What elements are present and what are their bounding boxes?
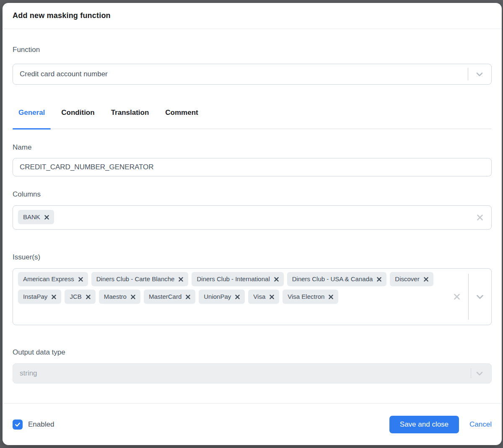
tag-chip: Diners Club - USA & Canada: [287, 272, 387, 286]
issuers-field-controls: [446, 269, 491, 325]
tag-chip: Maestro: [99, 290, 140, 304]
check-icon: [14, 421, 21, 428]
tag-chip: UnionPay: [199, 290, 245, 304]
select-separator: [468, 68, 468, 80]
tag-chip: Visa Electron: [283, 290, 338, 304]
function-label: Function: [13, 45, 492, 55]
tag-remove-icon[interactable]: [329, 295, 333, 299]
tag-chip: BANK: [18, 210, 54, 224]
tag-chip: Diners Club - International: [192, 272, 283, 286]
function-select[interactable]: Credit card account number: [13, 64, 492, 85]
tag-label: BANK: [23, 212, 40, 222]
tag-label: JCB: [70, 292, 81, 301]
chevron-down-icon[interactable]: [469, 291, 491, 302]
chevron-down-icon[interactable]: [474, 69, 485, 79]
enabled-label: Enabled: [28, 420, 54, 429]
tag-label: American Express: [23, 274, 74, 284]
tag-remove-icon[interactable]: [131, 295, 135, 299]
clear-columns-icon[interactable]: [469, 214, 491, 221]
tag-remove-icon[interactable]: [270, 295, 274, 299]
output-type-value: string: [20, 369, 37, 378]
tag-chip: American Express: [18, 272, 88, 286]
tag-remove-icon[interactable]: [424, 277, 428, 282]
tag-label: UnionPay: [204, 292, 231, 301]
tag-remove-icon[interactable]: [179, 277, 183, 282]
tag-chip: JCB: [65, 290, 95, 304]
tag-label: Diners Club - USA & Canada: [292, 274, 373, 284]
tag-remove-icon[interactable]: [235, 295, 240, 299]
tag-remove-icon[interactable]: [52, 295, 56, 299]
footer-actions: Save and close Cancel: [389, 416, 492, 433]
tag-chip: Diners Club - Carte Blanche: [91, 272, 189, 286]
cancel-button[interactable]: Cancel: [469, 420, 492, 429]
save-and-close-button[interactable]: Save and close: [389, 416, 459, 433]
add-masking-function-modal: Add new masking function Function Credit…: [3, 3, 502, 445]
clear-issuers-icon[interactable]: [446, 293, 468, 300]
tag-remove-icon[interactable]: [186, 295, 190, 299]
tag-chip: InstaPay: [18, 290, 61, 304]
tab-translation[interactable]: Translation: [105, 108, 155, 129]
tag-label: Diners Club - International: [197, 274, 270, 284]
select-separator: [471, 368, 471, 378]
name-label: Name: [13, 142, 492, 153]
tab-bar: General Condition Translation Comment: [13, 108, 492, 129]
tab-comment[interactable]: Comment: [159, 108, 204, 129]
columns-label: Columns: [13, 189, 492, 199]
issuers-tag-list: American ExpressDiners Club - Carte Blan…: [18, 272, 441, 304]
tag-remove-icon[interactable]: [78, 277, 83, 282]
columns-tag-list: BANK: [18, 210, 466, 224]
enabled-control: Enabled: [13, 420, 54, 430]
tag-label: InstaPay: [23, 292, 47, 301]
issuers-multiselect[interactable]: American ExpressDiners Club - Carte Blan…: [13, 268, 492, 325]
enabled-checkbox[interactable]: [13, 420, 23, 430]
tag-label: Diners Club - Carte Blanche: [96, 274, 175, 284]
modal-footer: Enabled Save and close Cancel: [3, 403, 502, 445]
function-select-value: Credit card account number: [20, 70, 108, 78]
tag-remove-icon[interactable]: [44, 215, 49, 220]
columns-multiselect[interactable]: BANK: [13, 205, 492, 230]
tab-general[interactable]: General: [13, 108, 51, 129]
output-type-select: string: [13, 363, 492, 383]
modal-header: Add new masking function: [3, 3, 502, 29]
output-type-label: Output data type: [13, 347, 492, 357]
tab-condition[interactable]: Condition: [55, 108, 100, 129]
tag-label: Maestro: [104, 292, 127, 301]
tag-label: Visa Electron: [288, 292, 324, 301]
tag-chip: MasterCard: [144, 290, 195, 304]
chevron-down-icon: [474, 368, 485, 378]
tag-label: Discover: [395, 274, 419, 284]
tag-label: Visa: [253, 292, 265, 301]
issuers-label: Issuer(s): [13, 252, 492, 262]
tag-remove-icon[interactable]: [86, 295, 91, 299]
tag-remove-icon[interactable]: [377, 277, 381, 282]
tag-remove-icon[interactable]: [274, 277, 279, 282]
modal-body: Function Credit card account number Gene…: [3, 29, 502, 403]
name-input[interactable]: [13, 158, 492, 176]
columns-field-controls: [469, 206, 491, 229]
tag-chip: Visa: [248, 290, 279, 304]
modal-title: Add new masking function: [13, 11, 111, 20]
tag-label: MasterCard: [149, 292, 181, 301]
tag-chip: Discover: [390, 272, 433, 286]
